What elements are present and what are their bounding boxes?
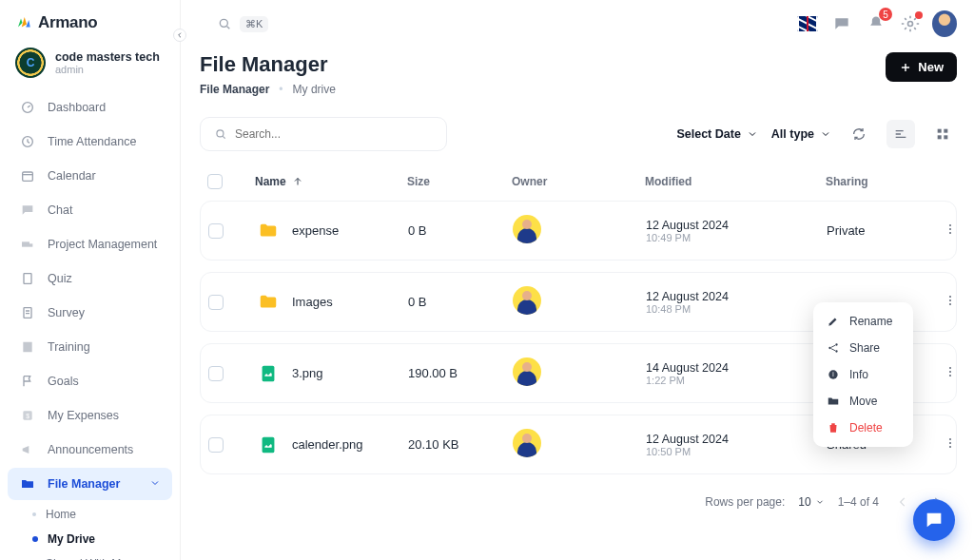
sidebar-item-survey[interactable]: Survey (8, 297, 172, 329)
context-share[interactable]: Share (813, 335, 913, 361)
svg-rect-26 (263, 436, 275, 453)
sidebar-item-label: Time Attendance (48, 135, 136, 148)
sidebar-item-quiz[interactable]: Quiz (8, 262, 172, 295)
row-actions-button[interactable] (931, 364, 969, 382)
org-role: admin (55, 64, 160, 75)
org-name: code masters tech (55, 50, 160, 64)
list-view-button[interactable] (886, 120, 915, 148)
column-name[interactable]: Name (255, 175, 407, 188)
sidebar-item-calendar[interactable]: Calendar (8, 160, 172, 192)
row-actions-button[interactable] (931, 293, 969, 311)
sidebar-sub-label: Home (46, 508, 76, 521)
file-name-cell[interactable]: calender.png (256, 434, 408, 455)
user-menu[interactable] (932, 11, 957, 36)
flag-icon (19, 373, 36, 390)
sidebar-item-announcements[interactable]: Announcements (8, 434, 172, 466)
date-filter[interactable]: Select Date (676, 127, 757, 141)
sidebar-item-my-expenses[interactable]: $My Expenses (8, 399, 172, 432)
refresh-icon (851, 126, 867, 142)
chat-fab[interactable] (913, 499, 955, 541)
select-all-checkbox[interactable] (207, 174, 223, 189)
svg-rect-15 (944, 135, 947, 139)
modified-date: 12 August 2024 (646, 219, 827, 232)
search-icon (214, 127, 227, 141)
arrow-up-icon (292, 176, 303, 187)
global-search[interactable]: ⌘K (217, 16, 268, 32)
sidebar-item-time-attendance[interactable]: Time Attendance (8, 126, 172, 158)
sidebar-collapse-button[interactable] (173, 29, 186, 42)
sidebar-sub-home[interactable]: Home (8, 502, 172, 527)
column-owner[interactable]: Owner (512, 175, 645, 188)
row-actions-button[interactable] (931, 222, 969, 240)
column-sharing[interactable]: Sharing (826, 175, 930, 188)
org-badge-icon: C (15, 48, 46, 78)
sidebar: Armano C code masters tech admin Dashboa… (0, 0, 181, 560)
rows-per-page-select[interactable]: 10 (798, 495, 824, 509)
document-icon (19, 270, 36, 287)
row-actions-button[interactable] (931, 435, 969, 454)
row-checkbox[interactable] (208, 366, 224, 381)
sidebar-item-project-management[interactable]: Project Management (8, 228, 172, 261)
sidebar-item-label: My Expenses (48, 409, 119, 422)
context-rename[interactable]: Rename (813, 308, 913, 335)
gauge-icon (19, 99, 36, 116)
clipboard-icon (19, 304, 36, 321)
sidebar-sub-shared-with-me[interactable]: Shared With Me (8, 551, 172, 560)
modified-date: 14 August 2024 (646, 361, 827, 375)
file-name: expense (292, 223, 339, 238)
info-icon: i (827, 368, 840, 381)
svg-point-27 (949, 438, 951, 440)
chevron-down-icon (747, 128, 758, 140)
svg-point-18 (949, 232, 951, 234)
sidebar-item-label: File Manager (48, 477, 120, 491)
search-input-wrapper[interactable] (200, 117, 447, 151)
settings-badge (915, 11, 923, 19)
file-size: 0 B (408, 223, 513, 238)
language-switcher[interactable] (795, 11, 820, 36)
context-move[interactable]: Move (813, 388, 913, 415)
org-switcher[interactable]: C code masters tech admin (0, 42, 180, 91)
sidebar-item-chat[interactable]: Chat (8, 194, 172, 226)
context-delete[interactable]: Delete (813, 415, 913, 441)
breadcrumb: File Manager • My drive (200, 83, 957, 96)
breadcrumb-root[interactable]: File Manager (200, 83, 269, 96)
file-name-cell[interactable]: Images (256, 292, 408, 313)
row-checkbox[interactable] (208, 437, 224, 453)
svg-point-20 (949, 299, 951, 301)
sidebar-item-dashboard[interactable]: Dashboard (8, 91, 172, 124)
svg-point-10 (908, 22, 913, 27)
sidebar-item-training[interactable]: Training (8, 331, 172, 363)
svg-point-21 (949, 303, 951, 305)
row-checkbox[interactable] (208, 295, 224, 310)
sidebar-item-label: Training (48, 340, 90, 354)
context-info[interactable]: iInfo (813, 361, 913, 388)
row-checkbox[interactable] (208, 223, 224, 239)
sidebar-item-label: Goals (48, 375, 79, 388)
table-row[interactable]: expense 0 B 12 August 202410:49 PM Priva… (200, 201, 957, 261)
column-modified[interactable]: Modified (645, 175, 826, 188)
prev-page-button[interactable] (892, 492, 913, 512)
notifications-button[interactable]: 5 (864, 11, 888, 36)
refresh-button[interactable] (845, 120, 873, 148)
new-button[interactable]: New (886, 52, 957, 82)
folder-icon (19, 475, 36, 492)
sidebar-sub-my-drive[interactable]: My Drive (8, 527, 172, 551)
file-size: 20.10 KB (408, 437, 513, 452)
grid-view-button[interactable] (928, 120, 957, 148)
chevron-left-icon (896, 495, 909, 509)
type-filter[interactable]: All type (771, 127, 831, 141)
sidebar-item-goals[interactable]: Goals (8, 365, 172, 397)
file-name-cell[interactable]: expense (256, 221, 408, 241)
search-input[interactable] (235, 127, 433, 141)
folder-icon (256, 292, 281, 313)
owner-avatar (513, 357, 541, 386)
settings-button[interactable] (898, 11, 923, 36)
column-size[interactable]: Size (407, 175, 512, 188)
file-name-cell[interactable]: 3.png (256, 363, 408, 384)
messages-button[interactable] (829, 11, 854, 36)
sidebar-item-label: Survey (48, 306, 85, 319)
dot-icon (32, 512, 36, 516)
sidebar-item-file-manager[interactable]: File Manager (8, 468, 172, 500)
toolbar: Select Date All type (200, 117, 957, 151)
book-icon (19, 338, 36, 356)
